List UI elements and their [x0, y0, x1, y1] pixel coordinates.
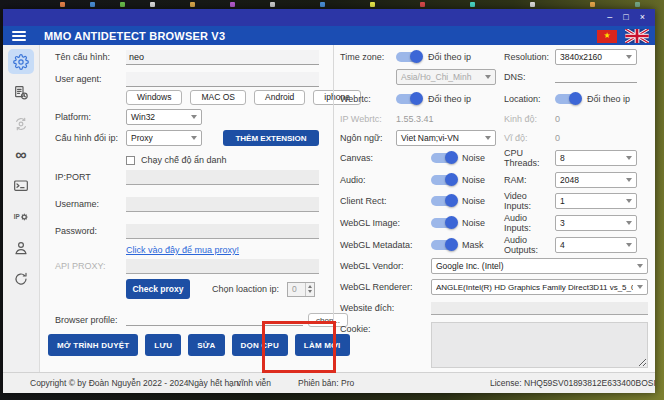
os-buttons-group: Windows MAC OS Android iphone — [126, 90, 361, 105]
timezone-toggle[interactable] — [396, 52, 422, 62]
webrtc-label: Webrtc: — [340, 94, 396, 104]
incognito-row: Chạy chế độ ẩn danh — [55, 152, 319, 168]
android-button[interactable]: Android — [254, 90, 305, 105]
vn-star: ★ — [603, 32, 610, 40]
save-button[interactable]: LƯU — [145, 334, 181, 356]
sync-search-icon — [13, 116, 29, 132]
location-toggle-label: Đổi theo ip — [587, 94, 630, 104]
webgl-vendor-label: WebGL Vendor: — [340, 261, 431, 271]
uk-flag-icon[interactable] — [625, 29, 649, 43]
app-header: MMO ANTIDETECT BROWSER V3 ★ — [3, 26, 655, 45]
fingerprint-panel: Time zone: Đổi theo ip Resolution: 3840x… — [333, 45, 652, 372]
cookie-row: Cookie: — [340, 322, 648, 372]
ip-mode-select[interactable]: Proxy — [126, 130, 202, 146]
platform-select-value: Win32 — [131, 112, 155, 122]
license-label: License: — [490, 378, 522, 388]
location-ip-stepper[interactable]: 0 — [287, 282, 315, 297]
sidebar-item-sync-search[interactable] — [8, 111, 34, 136]
canvas-row: Canvas: Noise CPU Threads: 8 — [340, 150, 648, 166]
webrtc-toggle[interactable] — [396, 94, 422, 104]
language-select[interactable]: Viet Nam;vi-VN — [396, 130, 496, 146]
chevron-down-icon — [485, 136, 491, 140]
macos-button[interactable]: MAC OS — [190, 90, 246, 105]
toggle-knob — [445, 194, 458, 207]
canvas-toggle[interactable] — [431, 153, 457, 163]
webgl-image-toggle[interactable] — [431, 218, 457, 228]
browser-profile-input[interactable] — [126, 314, 303, 326]
ip-port-input[interactable] — [126, 170, 319, 185]
maximize-icon[interactable]: □ — [623, 13, 628, 22]
ip-port-row: IP:PORT — [55, 169, 319, 185]
audio-inputs-select[interactable]: 3 — [555, 215, 637, 231]
sidebar-item-refresh[interactable] — [8, 266, 34, 291]
incognito-checkbox[interactable] — [126, 156, 135, 165]
user-agent-input[interactable] — [126, 72, 319, 87]
ip-port-label: IP:PORT — [55, 172, 126, 182]
cpu-threads-select[interactable]: 8 — [555, 150, 637, 166]
username-input[interactable] — [126, 197, 319, 212]
app-title: MMO ANTIDETECT BROWSER V3 — [44, 30, 225, 42]
sidebar-item-infinity[interactable]: ∞ — [8, 142, 34, 167]
chevron-down-icon — [191, 136, 197, 140]
audio-outputs-select[interactable]: 4 — [555, 237, 637, 253]
add-extension-button[interactable]: THÊM EXTENSION — [223, 130, 319, 146]
toggle-knob — [445, 173, 458, 186]
action-buttons-row: MỞ TRÌNH DUYỆT LƯU SỬA DỌN CPU LÀM MỚI — [48, 334, 333, 356]
sidebar-item-terminal[interactable] — [8, 173, 34, 198]
username-row: Username: — [55, 196, 319, 212]
cookie-textarea[interactable] — [431, 322, 648, 368]
close-icon[interactable]: × — [640, 13, 645, 22]
location-toggle[interactable] — [555, 94, 581, 104]
sidebar-item-account[interactable] — [8, 235, 34, 260]
windows-button[interactable]: Windows — [126, 90, 182, 105]
stepper-arrows[interactable] — [305, 283, 314, 296]
longitude-value: 0 — [555, 114, 648, 124]
audio-inputs-label: Audio Inputs: — [504, 213, 555, 233]
chevron-down-icon — [637, 285, 643, 289]
ram-select[interactable]: 2048 — [555, 172, 637, 188]
expiry-label: Ngày hết hạn: — [188, 378, 241, 388]
ip-webrtc-value: 1.55.3.41 — [396, 114, 504, 124]
timezone-toggle-label: Đổi theo ip — [428, 52, 471, 62]
profile-name-input[interactable] — [126, 50, 319, 65]
ip-webrtc-label: IP Webrtc: — [340, 114, 396, 124]
clean-cpu-button[interactable]: DỌN CPU — [232, 334, 288, 356]
platform-select[interactable]: Win32 — [126, 109, 202, 125]
open-browser-button[interactable]: MỞ TRÌNH DUYỆT — [48, 334, 138, 356]
sidebar-item-ip-config[interactable]: IP — [8, 204, 34, 229]
uk-flag-graphic — [625, 29, 649, 43]
vietnam-flag-icon[interactable]: ★ — [597, 30, 617, 43]
webgl-vendor-select[interactable]: Google Inc. (Intel) — [431, 258, 648, 274]
webgl-renderer-select[interactable]: ANGLE(Intel(R) HD Graphics Family Direct… — [431, 279, 648, 295]
webgl-metadata-toggle[interactable] — [431, 240, 457, 250]
webgl-vendor-value: Google Inc. (Intel) — [436, 261, 504, 271]
ip-mode-label: Cấu hình đổi ip: — [55, 133, 126, 143]
api-proxy-row: API PROXY: — [55, 258, 319, 274]
dns-input[interactable] — [555, 71, 637, 83]
license-value: NHQ59SV01893812E633400BOSINHM — [524, 378, 655, 388]
minimize-icon[interactable]: – — [607, 13, 612, 22]
profile-list-icon — [13, 85, 29, 101]
sidebar-item-settings[interactable] — [8, 49, 34, 74]
browser-profile-row: Browser profile: chọn... — [55, 312, 319, 328]
incognito-label: Chạy chế độ ẩn danh — [141, 155, 227, 165]
client-rect-toggle[interactable] — [431, 196, 457, 206]
chevron-down-icon — [626, 199, 632, 203]
client-rect-label: Client Rect: — [340, 196, 431, 206]
edit-button[interactable]: SỬA — [188, 334, 224, 356]
client-rect-toggle-label: Noise — [462, 196, 485, 206]
ram-label: RAM: — [504, 175, 555, 185]
toggle-knob — [445, 151, 458, 164]
audio-toggle[interactable] — [431, 175, 457, 185]
buy-proxy-link[interactable]: Click vào đây để mua proxy! — [126, 245, 239, 255]
password-input[interactable] — [126, 224, 319, 239]
resolution-select[interactable]: 3840x2160 — [555, 49, 637, 65]
app-window: – □ × MMO ANTIDETECT BROWSER V3 ★ — [3, 9, 655, 393]
timezone-select[interactable]: Asia/Ho_Chi_Minh — [396, 69, 496, 85]
website-input[interactable] — [431, 302, 648, 315]
check-proxy-button[interactable]: Check proxy — [126, 279, 190, 299]
menu-icon[interactable] — [12, 31, 26, 41]
api-proxy-input[interactable] — [126, 259, 319, 274]
video-inputs-select[interactable]: 1 — [555, 193, 637, 209]
sidebar-item-profiles[interactable] — [8, 80, 34, 105]
